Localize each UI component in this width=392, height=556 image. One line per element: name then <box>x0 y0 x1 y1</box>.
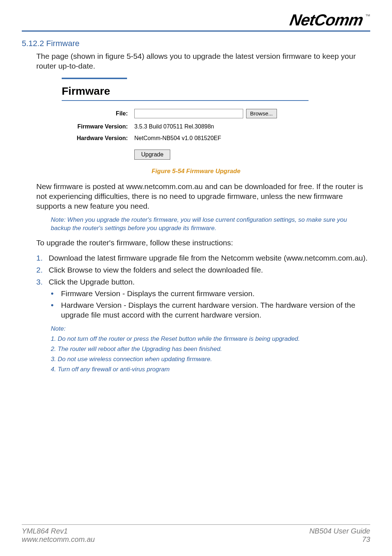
upgrade-button[interactable]: Upgrade <box>134 150 170 160</box>
note-backup: Note: When you upgrade the router's firm… <box>51 216 356 233</box>
note-line-3: 3. Do not use wireless connection when u… <box>51 356 370 363</box>
brand-logo: NetComm ™ <box>290 11 370 29</box>
footer-doc-rev: YML864 Rev1 <box>22 527 95 535</box>
bullet-text: Firmware Version - Displays the current … <box>61 289 254 299</box>
figure-title: Firmware <box>62 83 309 100</box>
bullet-text: Hardware Version - Displays the current … <box>61 300 370 320</box>
step-3: 3. Click the Upgrade button. • Firmware … <box>36 277 370 321</box>
bullet-dot-icon: • <box>49 289 61 299</box>
note-header: Note: <box>51 325 370 332</box>
step-number: 1. <box>36 253 49 263</box>
file-input[interactable] <box>134 109 243 118</box>
header: NetComm ™ <box>22 11 370 29</box>
value-firmware-version: 3.5.3 Build 070511 Rel.30898n <box>134 123 214 130</box>
step-text: Click the Upgrade button. <box>49 278 135 286</box>
figure-title-bar <box>62 78 127 80</box>
row-hardware-version: Hardware Version: NetComm-NB504 v1.0 081… <box>62 135 309 142</box>
figure-divider <box>62 100 309 101</box>
header-divider <box>22 30 370 32</box>
browse-button[interactable]: Browse... <box>246 109 277 118</box>
bullet-dot-icon: • <box>49 300 61 320</box>
footer-page-number: 73 <box>309 535 370 544</box>
label-file: File: <box>62 110 134 117</box>
step-number: 3. <box>36 277 49 321</box>
label-hardware-version: Hardware Version: <box>62 135 134 142</box>
figure-firmware: Firmware File: Browse... Firmware Versio… <box>58 76 370 165</box>
footer-url: www.netcomm.com.au <box>22 535 95 544</box>
label-firmware-version: Firmware Version: <box>62 123 134 130</box>
footer-guide-title: NB504 User Guide <box>309 527 370 535</box>
step-2: 2. Click Browse to view the folders and … <box>36 265 370 275</box>
step-text: Download the latest firmware upgrade fil… <box>49 253 368 263</box>
logo-text: NetComm <box>289 11 365 29</box>
figure-caption: Figure 5-54 Firmware Upgrade <box>22 168 370 175</box>
trademark-symbol: ™ <box>365 13 370 19</box>
intro-paragraph: The page (shown in figure 5-54) allows y… <box>36 51 370 71</box>
paragraph-after-figure: New firmware is posted at www.netcomm.co… <box>36 181 370 211</box>
note-line-1: 1. Do not turn off the router or press t… <box>51 335 370 343</box>
instructions-lead: To upgrade the router's firmware, follow… <box>36 238 370 248</box>
row-firmware-version: Firmware Version: 3.5.3 Build 070511 Rel… <box>62 123 309 130</box>
footer-divider <box>22 524 370 525</box>
section-heading: 5.12.2 Firmware <box>22 39 370 48</box>
step-number: 2. <box>36 265 49 275</box>
note-line-2: 2. The router will reboot after the Upgr… <box>51 346 370 353</box>
value-hardware-version: NetComm-NB504 v1.0 081520EF <box>134 135 221 142</box>
step-text: Click Browse to view the folders and sel… <box>49 265 263 275</box>
steps-list: 1. Download the latest firmware upgrade … <box>36 253 370 322</box>
note-line-4: 4. Turn off any firewall or anti-virus p… <box>51 366 370 373</box>
row-file: File: Browse... <box>62 109 309 118</box>
bullet-hardware-version: • Hardware Version - Displays the curren… <box>49 300 370 320</box>
page-footer: YML864 Rev1 www.netcomm.com.au NB504 Use… <box>22 524 370 544</box>
bullets-list: • Firmware Version - Displays the curren… <box>49 289 370 320</box>
step-1: 1. Download the latest firmware upgrade … <box>36 253 370 263</box>
bullet-firmware-version: • Firmware Version - Displays the curren… <box>49 289 370 299</box>
